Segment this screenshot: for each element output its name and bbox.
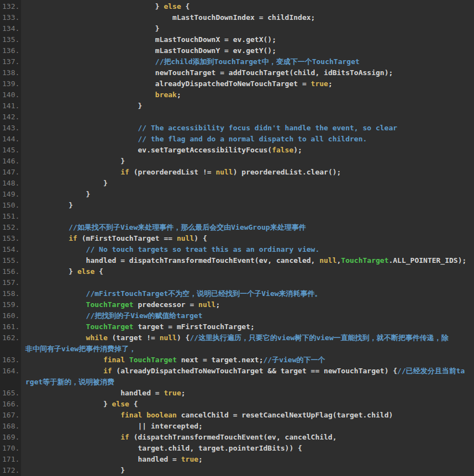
code-text: if (preorderedList != null) preorderedLi… xyxy=(21,167,474,178)
code-line: 142. xyxy=(0,112,474,123)
code-text: mLastTouchDownIndex = childIndex; xyxy=(21,12,474,23)
code-line: 158. //mFirstTouchTarget不为空，说明已经找到一个子Vie… xyxy=(0,288,474,299)
code-text: handled = true; xyxy=(21,454,474,465)
code-text: //把找到的子View的赋值给target xyxy=(21,310,474,321)
line-number: 144. xyxy=(0,134,21,145)
line-number: 162. xyxy=(0,332,21,343)
code-line: 145. ev.setTargetAccessibilityFocus(fals… xyxy=(0,145,474,156)
code-line: 143. // The accessibility focus didn't h… xyxy=(0,123,474,134)
code-line: 148. } xyxy=(0,178,474,189)
code-text: handled = dispatchTransformedTouchEvent(… xyxy=(21,255,474,266)
line-number: 160. xyxy=(0,310,21,321)
line-number: 172. xyxy=(0,465,21,476)
code-text: while (target != null) {//这里执行遍历，只要它的vie… xyxy=(21,332,474,343)
code-line: 162. while (target != null) {//这里执行遍历，只要… xyxy=(0,332,474,343)
code-line: 140. break; xyxy=(0,89,474,101)
code-line: 133. mLastTouchDownIndex = childIndex; xyxy=(0,12,474,23)
line-number: 148. xyxy=(0,178,21,189)
code-line-wrap: 非中间有子view把事件消费掉了， xyxy=(0,343,474,355)
code-text: } xyxy=(21,178,474,189)
code-line: 152. //如果找不到子View来处理事件，那么最后会交由ViewGroup来… xyxy=(0,222,474,233)
line-number: 164. xyxy=(0,366,21,377)
code-line: 160. //把找到的子View的赋值给target xyxy=(0,310,474,321)
code-line: 161. TouchTarget target = mFirstTouchTar… xyxy=(0,321,474,332)
line-number: 167. xyxy=(0,410,21,421)
code-line: 146. } xyxy=(0,156,474,167)
code-line: 149. } xyxy=(0,189,474,200)
line-number: 166. xyxy=(0,399,21,410)
code-text: handled = true; xyxy=(21,388,474,399)
code-text: } else { xyxy=(21,1,474,12)
code-line: 157. xyxy=(0,277,474,288)
code-text: } xyxy=(21,200,474,211)
line-number: 147. xyxy=(0,167,21,178)
line-number: 146. xyxy=(0,156,21,167)
code-line: 156. } else { xyxy=(0,266,474,277)
code-pane: 132. } else {133. mLastTouchDownIndex = … xyxy=(0,1,474,476)
code-text: final TouchTarget next = target.next;//子… xyxy=(21,355,474,366)
code-text: rget等于新的，说明被消费 xyxy=(21,377,474,388)
line-number: 139. xyxy=(0,78,21,89)
code-text: } xyxy=(21,189,474,200)
line-number: 157. xyxy=(0,277,21,288)
line-number: 161. xyxy=(0,321,21,332)
code-line: 159. TouchTarget predecessor = null; xyxy=(0,299,474,310)
line-number: 169. xyxy=(0,432,21,443)
code-line: 138. newTouchTarget = addTouchTarget(chi… xyxy=(0,67,474,78)
line-number: 156. xyxy=(0,266,21,277)
line-number: 133. xyxy=(0,12,21,23)
code-text: if (mFirstTouchTarget == null) { xyxy=(21,233,474,244)
code-line: 163. final TouchTarget next = target.nex… xyxy=(0,355,474,366)
code-text: alreadyDispatchedToNewTouchTarget = true… xyxy=(21,78,474,89)
line-number: 163. xyxy=(0,355,21,366)
code-line: 155. handled = dispatchTransformedTouchE… xyxy=(0,255,474,266)
line-number: 153. xyxy=(0,233,21,244)
code-text: //mFirstTouchTarget不为空，说明已经找到一个子View来消耗事… xyxy=(21,288,474,299)
line-number: 138. xyxy=(0,67,21,78)
line-number: 149. xyxy=(0,189,21,200)
line-number: 158. xyxy=(0,288,21,299)
line-number: 132. xyxy=(0,1,21,12)
code-text: //把child添加到TouchTarget中，变成下一个TouchTarget xyxy=(21,56,474,67)
code-text: if (dispatchTransformedTouchEvent(ev, ca… xyxy=(21,432,474,443)
code-line: 132. } else { xyxy=(0,1,474,12)
code-line: 135. mLastTouchDownX = ev.getX(); xyxy=(0,34,474,45)
code-text: break; xyxy=(21,89,474,101)
code-text: mLastTouchDownY = ev.getY(); xyxy=(21,45,474,56)
line-number: 151. xyxy=(0,211,21,222)
code-text: // the flag and do a normal dispatch to … xyxy=(21,134,474,145)
code-line: 166. } else { xyxy=(0,399,474,410)
code-line: 141. } xyxy=(0,101,474,112)
code-line: 139. alreadyDispatchedToNewTouchTarget =… xyxy=(0,78,474,89)
line-number: 134. xyxy=(0,23,21,34)
line-number: 137. xyxy=(0,56,21,67)
line-number: 155. xyxy=(0,255,21,266)
code-text: if (alreadyDispatchedToNewTouchTarget &&… xyxy=(21,366,474,377)
line-number: 135. xyxy=(0,34,21,45)
code-text: } else { xyxy=(21,266,474,277)
line-number: 140. xyxy=(0,89,21,101)
code-editor[interactable]: 132. } else {133. mLastTouchDownIndex = … xyxy=(0,0,474,476)
code-line: 168. || intercepted; xyxy=(0,421,474,432)
line-number: 165. xyxy=(0,388,21,399)
line-number: 143. xyxy=(0,123,21,134)
line-number: 152. xyxy=(0,222,21,233)
code-text: } xyxy=(21,101,474,112)
code-text: } xyxy=(21,465,474,476)
code-text: } xyxy=(21,156,474,167)
code-line: 147. if (preorderedList != null) preorde… xyxy=(0,167,474,178)
code-text: mLastTouchDownX = ev.getX(); xyxy=(21,34,474,45)
code-line: 137. //把child添加到TouchTarget中，变成下一个TouchT… xyxy=(0,56,474,67)
code-line: 170. target.child, target.pointerIdBits)… xyxy=(0,443,474,454)
code-line-wrap: rget等于新的，说明被消费 xyxy=(0,377,474,388)
code-text: || intercepted; xyxy=(21,421,474,432)
line-number: 136. xyxy=(0,45,21,56)
code-line: 144. // the flag and do a normal dispatc… xyxy=(0,134,474,145)
code-line: 172. } xyxy=(0,465,474,476)
code-line: 154. // No touch targets so treat this a… xyxy=(0,244,474,255)
line-number: 154. xyxy=(0,244,21,255)
code-text: } else { xyxy=(21,399,474,410)
code-line: 167. final boolean cancelChild = resetCa… xyxy=(0,410,474,421)
code-text: TouchTarget predecessor = null; xyxy=(21,299,474,310)
code-line: 136. mLastTouchDownY = ev.getY(); xyxy=(0,45,474,56)
